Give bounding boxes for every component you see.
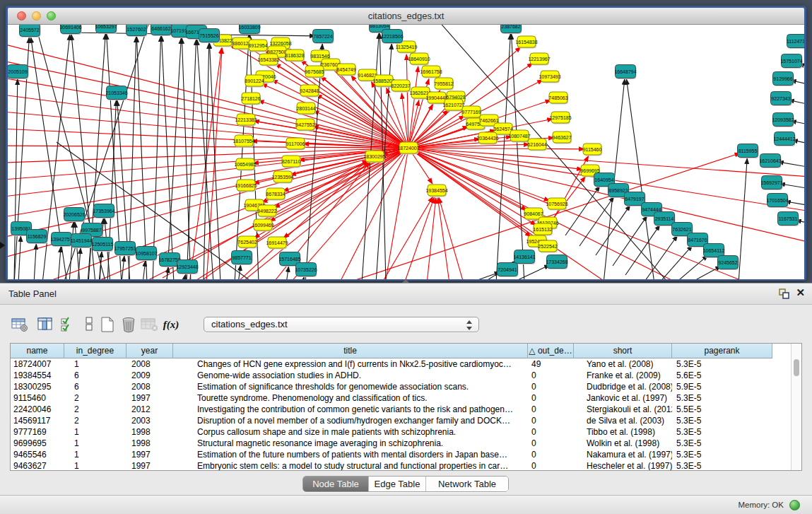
graph-node[interactable]: 16033809 — [238, 25, 260, 35]
graph-node[interactable]: 2005109 — [8, 65, 29, 80]
graph-node[interactable]: 2718126 — [241, 93, 261, 105]
graph-node[interactable]: 8454749 — [336, 64, 356, 76]
graph-node[interactable]: 9115460 — [583, 144, 602, 156]
graph-node[interactable]: 18300295 — [363, 151, 385, 163]
network-canvas[interactable]: 1872400788601288912954132260589827508165… — [8, 25, 804, 279]
graph-node[interactable]: 1156829 — [27, 230, 48, 245]
graph-node[interactable]: 9675685 — [305, 66, 324, 78]
graph-node[interactable]: 8267110 — [282, 156, 301, 168]
column-header[interactable]: in_degree — [64, 344, 126, 358]
graph-node[interactable]: 14136141 — [513, 250, 535, 265]
column-header[interactable]: short — [574, 344, 672, 358]
graph-node[interactable]: 30691406 — [59, 25, 81, 35]
table-row[interactable]: 1830029562008Estimation of significance … — [11, 381, 801, 392]
graph-node[interactable]: 7625402 — [237, 236, 257, 249]
graph-node[interactable]: 1615132 — [533, 223, 553, 236]
tab-network-table[interactable]: Network Table — [425, 477, 508, 491]
column-header[interactable]: name — [11, 344, 64, 358]
graph-node[interactable]: 16961758 — [420, 66, 442, 78]
table-row[interactable]: 977716911998Corpus callosum shape and si… — [11, 426, 801, 438]
graph-node[interactable]: 9245652 — [718, 256, 739, 271]
new-table-button[interactable] — [98, 315, 117, 334]
float-panel-icon[interactable] — [779, 288, 789, 299]
graph-node[interactable]: 17353964 — [93, 204, 114, 219]
table-row[interactable]: 911546021997Tourette syndrome. Phenomeno… — [11, 392, 801, 404]
graph-node[interactable]: 13942757 — [50, 233, 72, 247]
graph-node[interactable]: 10756928 — [546, 198, 567, 211]
graph-node[interactable]: 9227343 — [771, 92, 792, 107]
graph-node[interactable]: 12218506 — [381, 30, 403, 45]
graph-node[interactable]: 15751074 — [780, 54, 802, 69]
graph-node[interactable]: 9498222 — [257, 205, 277, 218]
tab-edge-table[interactable]: Edge Table — [368, 477, 425, 491]
show-columns-button[interactable] — [35, 315, 55, 334]
column-header[interactable]: △ out_de… — [528, 344, 574, 358]
graph-node[interactable]: 8115955 — [738, 144, 759, 159]
graph-node[interactable]: 7485063 — [548, 92, 568, 105]
graph-node[interactable]: 18724007 — [397, 142, 419, 155]
network-window-titlebar[interactable]: citations_edges.txt — [8, 8, 804, 25]
graph-node[interactable]: 12444412 — [773, 132, 795, 147]
scrollbar-thumb[interactable] — [794, 359, 799, 376]
table-selector[interactable]: citations_edges.txt — [204, 317, 479, 332]
graph-node[interactable]: 9427552 — [295, 119, 315, 132]
table-row[interactable]: 1456911722003Disruption of a novel membe… — [11, 415, 801, 426]
graph-node[interactable]: 10807487 — [508, 130, 530, 143]
graph-node[interactable]: 17016504 — [766, 194, 788, 209]
graph-node[interactable]: 15692971 — [760, 176, 782, 191]
tab-node-table[interactable]: Node Table — [303, 477, 368, 491]
graph-node[interactable]: 19384554 — [425, 185, 447, 197]
graph-node[interactable]: 12213383 — [235, 114, 257, 127]
graph-node[interactable]: 2387682 — [501, 25, 522, 34]
graph-node[interactable]: 16210643 — [759, 154, 781, 169]
graph-node[interactable]: 6216044 — [527, 139, 547, 151]
graph-node[interactable]: 20206526 — [63, 208, 85, 223]
graph-node[interactable]: 2522542 — [538, 240, 558, 253]
graph-node[interactable]: 16914479 — [266, 237, 288, 250]
graph-node[interactable]: 7515526 — [199, 29, 220, 44]
graph-node[interactable]: 2405572 — [20, 25, 41, 37]
delete-button[interactable] — [119, 315, 139, 334]
graph-node[interactable]: 10735226 — [295, 263, 317, 278]
graph-node[interactable]: 18640910 — [408, 53, 430, 66]
graph-node[interactable]: 9117006 — [286, 138, 305, 151]
graph-node[interactable]: 11124734 — [787, 35, 804, 49]
graph-node[interactable]: 6466162 — [151, 25, 172, 36]
graph-node[interactable]: 16154838 — [515, 36, 537, 49]
graph-node[interactable]: 10958107 — [135, 247, 157, 262]
table-row[interactable]: 1938455462009Genome-wide association stu… — [11, 370, 801, 381]
graph-node[interactable]: 8901224 — [245, 75, 264, 88]
graph-node[interactable]: 12975185 — [549, 112, 571, 124]
network-graph[interactable]: 1872400788601288912954132260589827508165… — [8, 25, 804, 279]
graph-node[interactable]: 12353594 — [271, 171, 293, 184]
graph-node[interactable]: 19166825 — [235, 180, 257, 192]
unselect-all-button[interactable] — [79, 315, 99, 334]
table-row[interactable]: 946554611997Estimation of the future num… — [11, 449, 801, 460]
function-builder-button[interactable]: f(x) — [161, 315, 181, 334]
graph-node[interactable]: 10653297 — [95, 25, 117, 34]
table-row[interactable]: 1872400712008Changes of HCN gene express… — [11, 358, 801, 370]
graph-node[interactable]: 10654985 — [234, 158, 256, 171]
graph-node[interactable]: 17334268 — [546, 255, 567, 270]
graph-node[interactable]: 8220237 — [391, 80, 411, 93]
graph-node[interactable]: 11451944 — [71, 234, 93, 249]
table-row[interactable]: 969969511998Structural magnetic resonanc… — [11, 438, 801, 449]
table-settings-button[interactable] — [10, 315, 30, 334]
column-header[interactable]: title — [173, 344, 528, 358]
graph-node[interactable]: 16099469 — [252, 219, 273, 232]
delete-table-button[interactable] — [140, 315, 160, 334]
graph-node[interactable]: 8678334 — [266, 188, 286, 201]
graph-node[interactable]: 8186328 — [285, 49, 305, 62]
graph-node[interactable]: 9463627 — [552, 132, 572, 144]
graph-node[interactable]: 12923448 — [176, 260, 198, 275]
graph-node[interactable]: 7955812 — [434, 78, 454, 90]
graph-node[interactable]: 8912954 — [248, 40, 268, 52]
graph-node[interactable]: 12093582 — [772, 113, 794, 128]
graph-node[interactable]: 7857224 — [313, 30, 334, 45]
graph-node[interactable]: 20364436 — [476, 132, 498, 145]
graph-node[interactable]: 1527602 — [126, 25, 148, 37]
table-scrollbar[interactable] — [791, 344, 801, 470]
graph-node[interactable]: 7204941 — [498, 263, 519, 278]
graph-node[interactable]: 9129966 — [773, 72, 794, 87]
graph-node[interactable]: 2803144 — [296, 103, 316, 115]
